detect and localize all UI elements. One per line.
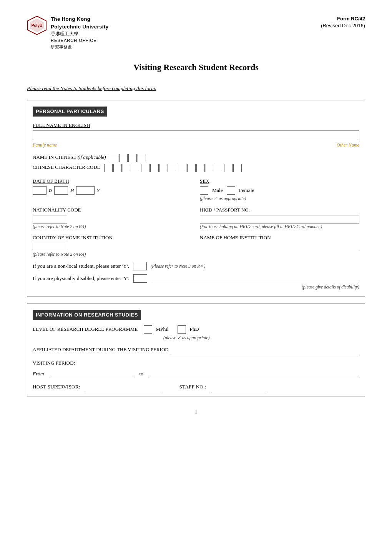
- hkid-col: HKID / PASSPORT NO. (For those holding a…: [200, 207, 359, 230]
- page-header: PolyU The Hong Kong Polytechnic Universi…: [27, 15, 365, 50]
- form-number: Form RC/42: [321, 15, 365, 22]
- char-code-box[interactable]: [178, 164, 186, 172]
- full-name-input-row[interactable]: [33, 130, 359, 141]
- female-checkbox[interactable]: [227, 186, 235, 195]
- to-label: to: [140, 370, 144, 378]
- page-title: Visiting Research Student Records: [27, 62, 365, 73]
- char-code-box[interactable]: [104, 164, 113, 172]
- nationality-note: (please refer to Note 2 on P.4): [33, 223, 192, 230]
- degree-label: LEVEL OF RESEARCH DEGREE PROGRAMME: [33, 326, 138, 333]
- logo-text: The Hong Kong Polytechnic University 香港理…: [51, 15, 108, 50]
- section1-header: PERSONAL PARTICULARS: [33, 107, 107, 117]
- visiting-period-label: VISITING PERIOD:: [33, 360, 75, 367]
- nationality-col: NATIONALITY CODE (please refer to Note 2…: [33, 207, 192, 230]
- nationality-hkid-row: NATIONALITY CODE (please refer to Note 2…: [33, 207, 359, 230]
- char-code-box[interactable]: [123, 164, 131, 172]
- sex-note: (please ✓ as appropriate): [200, 195, 359, 202]
- dob-col: DATE OF BIRTH D M Y: [33, 178, 192, 202]
- chinese-char-box[interactable]: [128, 154, 137, 162]
- male-label: Male: [212, 187, 223, 194]
- sex-label: SEX: [200, 178, 209, 185]
- disabled-row: If you are physically disabled, please e…: [33, 274, 359, 283]
- chinese-char-box[interactable]: [119, 154, 128, 162]
- char-code-box[interactable]: [206, 164, 214, 172]
- name-chinese-label: NAME IN CHINESE (if applicable): [33, 154, 106, 161]
- home-institution-label: NAME OF HOME INSTITUTION: [200, 234, 271, 241]
- from-date-input[interactable]: [50, 370, 134, 378]
- disabled-text: If you are physically disabled, please e…: [33, 275, 130, 282]
- dob-d-letter: D: [49, 188, 52, 193]
- non-local-row: If you are a non-local student, please e…: [33, 262, 359, 270]
- degree-note: (please ✓ as appropriate): [163, 335, 209, 340]
- country-input[interactable]: [33, 243, 67, 251]
- disability-details-input[interactable]: [151, 275, 359, 282]
- affiliated-label: AFFILIATED DEPARTMENT DURING THE VISITIN…: [33, 346, 169, 353]
- host-supervisor-label: HOST SUPERVISOR:: [33, 383, 80, 391]
- char-code-box[interactable]: [141, 164, 149, 172]
- section2-header: INFORMATION ON RESEARCH STUDIES: [33, 310, 141, 320]
- character-code-boxes: [104, 164, 242, 172]
- dob-year-box[interactable]: [76, 186, 95, 195]
- university-chinese: 香港理工大學: [51, 30, 108, 37]
- char-code-box[interactable]: [159, 164, 168, 172]
- sex-options-row: Male Female: [200, 186, 359, 195]
- char-code-box[interactable]: [233, 164, 242, 172]
- research-office-en: Research Office: [51, 37, 108, 44]
- chinese-char-box[interactable]: [110, 154, 118, 162]
- country-label: COUNTRY OF HOME INSTITUTION: [33, 234, 113, 241]
- char-code-box[interactable]: [215, 164, 223, 172]
- chinese-name-boxes: [110, 154, 146, 162]
- degree-row-container: LEVEL OF RESEARCH DEGREE PROGRAMME MPhil…: [33, 325, 359, 342]
- other-name-label: Other Name: [337, 142, 359, 148]
- supervisor-row: HOST SUPERVISOR: STAFF NO.:: [33, 383, 359, 391]
- dob-input-row: D M Y: [33, 186, 192, 195]
- dob-day-box[interactable]: [33, 186, 47, 195]
- phd-checkbox[interactable]: [178, 325, 186, 334]
- character-code-label: CHINESE CHARACTER CODE: [33, 164, 100, 171]
- full-name-label: FULL NAME IN ENGLISH: [33, 122, 359, 130]
- chinese-name-row: NAME IN CHINESE (if applicable): [33, 154, 359, 162]
- disabled-input[interactable]: [133, 274, 147, 283]
- country-note: (please refer to Note 2 on P.4): [33, 251, 192, 257]
- mphil-checkbox[interactable]: [144, 325, 152, 334]
- nationality-label: NATIONALITY CODE: [33, 207, 81, 213]
- hkid-note: (For those holding an HKID card, please …: [200, 223, 359, 230]
- page-number: 1: [27, 408, 365, 415]
- home-institution-input[interactable]: [200, 243, 359, 251]
- disabled-note: (please give details of disability): [302, 285, 359, 289]
- hkid-input[interactable]: [200, 215, 359, 223]
- char-code-box[interactable]: [224, 164, 233, 172]
- character-code-row: CHINESE CHARACTER CODE: [33, 164, 359, 172]
- polyu-logo-icon: PolyU: [27, 15, 47, 35]
- dob-m-letter: M: [70, 188, 74, 193]
- host-supervisor-input[interactable]: [86, 383, 163, 391]
- visiting-period-label-row: VISITING PERIOD:: [33, 360, 359, 368]
- nationality-input[interactable]: [33, 215, 67, 223]
- phd-label: PhD: [190, 326, 199, 332]
- dob-month-box[interactable]: [54, 186, 68, 195]
- chinese-char-box[interactable]: [138, 154, 146, 162]
- sex-col: SEX Male Female (please ✓ as appropriate…: [200, 178, 359, 202]
- family-name-label: Family name: [33, 142, 57, 148]
- svg-text:PolyU: PolyU: [32, 23, 42, 28]
- instruction-text: Please read the Notes to Students before…: [27, 85, 365, 92]
- char-code-box[interactable]: [187, 164, 196, 172]
- logo-area: PolyU The Hong Kong Polytechnic Universi…: [27, 15, 108, 50]
- hkid-label: HKID / PASSPORT NO.: [200, 207, 250, 213]
- char-code-box[interactable]: [196, 164, 205, 172]
- non-local-input[interactable]: [133, 262, 147, 270]
- form-reference: Form RC/42 (Revised Dec 2016): [321, 15, 365, 29]
- affiliated-input[interactable]: [172, 347, 359, 354]
- male-checkbox[interactable]: [200, 186, 208, 195]
- personal-particulars-section: PERSONAL PARTICULARS FULL NAME IN ENGLIS…: [27, 100, 365, 297]
- non-local-note: (Please refer to Note 3 on P.4 ): [151, 263, 205, 269]
- staff-no-input[interactable]: [211, 383, 265, 391]
- char-code-box[interactable]: [132, 164, 140, 172]
- char-code-box[interactable]: [150, 164, 159, 172]
- university-name: The Hong Kong Polytechnic University: [51, 15, 108, 30]
- to-date-input[interactable]: [149, 370, 359, 378]
- female-label: Female: [239, 187, 254, 194]
- char-code-box[interactable]: [169, 164, 177, 172]
- dob-sex-row: DATE OF BIRTH D M Y SEX Male Female (ple…: [33, 178, 359, 202]
- char-code-box[interactable]: [113, 164, 122, 172]
